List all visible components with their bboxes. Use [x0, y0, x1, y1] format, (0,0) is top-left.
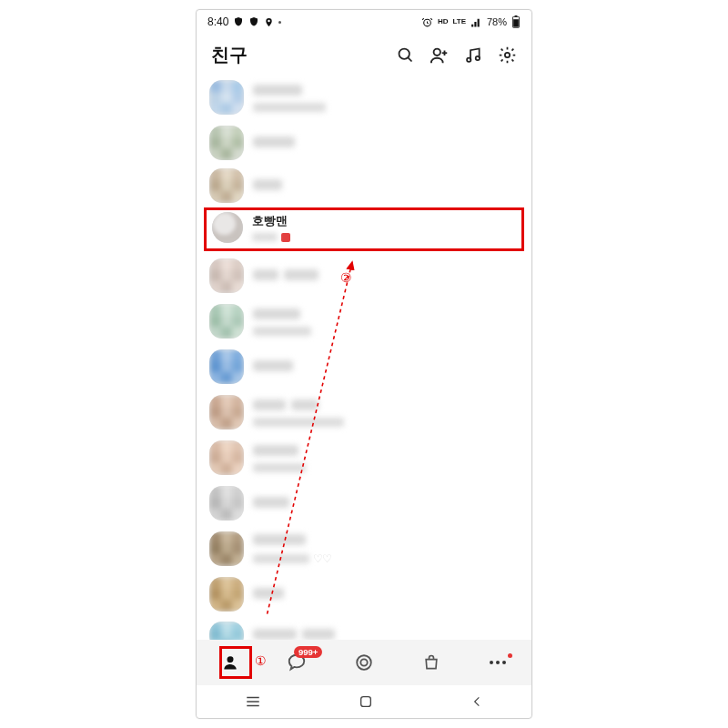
list-item[interactable]: [197, 571, 531, 617]
list-item[interactable]: [197, 435, 531, 480]
avatar: [209, 349, 244, 384]
friend-list[interactable]: 호빵맨: [197, 73, 531, 640]
music-icon[interactable]: [464, 46, 483, 65]
list-item-info: [253, 398, 519, 427]
avatar: [209, 577, 244, 612]
bottom-tab-bar: ① 999+: [197, 640, 531, 685]
list-item-info: [253, 268, 519, 284]
avatar: [209, 622, 244, 640]
tab-chats[interactable]: 999+: [278, 644, 315, 681]
system-nav-bar: [197, 685, 531, 718]
list-item[interactable]: [197, 344, 531, 389]
list-item[interactable]: [197, 480, 531, 526]
shopping-bag-icon: [422, 653, 440, 672]
battery-icon: [511, 15, 521, 28]
signal-icon: [470, 17, 482, 27]
list-item[interactable]: [197, 389, 531, 435]
svg-point-10: [476, 56, 480, 60]
gear-icon[interactable]: [498, 46, 517, 65]
avatar: [209, 304, 244, 339]
list-item[interactable]: [197, 253, 531, 298]
list-item-info: [253, 443, 519, 472]
alarm-icon: [421, 16, 433, 28]
person-icon: [221, 653, 239, 672]
tab-more[interactable]: [480, 644, 516, 681]
search-icon[interactable]: [396, 46, 415, 65]
list-item[interactable]: [197, 617, 531, 640]
list-item-info: [253, 359, 519, 375]
list-item-info: 호빵맨: [252, 214, 516, 242]
list-item[interactable]: [197, 75, 531, 120]
overflow-dot-icon: [278, 21, 281, 24]
svg-point-11: [505, 53, 510, 57]
list-item-info: [253, 177, 519, 194]
avatar: [209, 258, 244, 293]
battery-percent: 78%: [487, 16, 507, 27]
page-title: 친구: [211, 43, 248, 67]
add-friend-icon[interactable]: [430, 46, 450, 66]
avatar: [209, 531, 244, 566]
friend-name: 호빵맨: [252, 214, 516, 229]
svg-rect-3: [515, 15, 518, 16]
header-actions: [396, 46, 517, 66]
app-header: 친구: [197, 34, 531, 73]
list-item-info: [253, 627, 519, 640]
list-item-info: [253, 83, 519, 112]
svg-rect-2: [513, 19, 519, 26]
status-time: 8:40: [207, 15, 228, 28]
chat-badge: 999+: [294, 646, 322, 658]
svg-point-15: [357, 655, 371, 670]
list-item[interactable]: ♡♡: [197, 526, 531, 571]
avatar: [209, 168, 244, 203]
svg-point-6: [434, 48, 440, 55]
svg-point-4: [399, 49, 410, 59]
tab-friends[interactable]: [212, 644, 248, 681]
svg-point-9: [467, 58, 470, 62]
recent-apps-icon[interactable]: [245, 695, 261, 708]
tab-shop[interactable]: [413, 644, 450, 681]
list-item[interactable]: [197, 298, 531, 344]
highlighted-friend-row[interactable]: 호빵맨: [204, 207, 524, 251]
back-icon[interactable]: [470, 695, 483, 708]
avatar: [209, 395, 244, 430]
list-item-info: [253, 586, 519, 602]
shield-icon: [248, 16, 259, 27]
svg-point-13: [227, 656, 233, 662]
avatar: [209, 80, 244, 115]
status-bar: 8:40 HD LTE 78%: [197, 10, 531, 34]
hd-indicator: HD: [438, 18, 449, 25]
list-item-info: [253, 307, 519, 336]
list-item-info: [253, 135, 519, 151]
avatar: [209, 440, 244, 475]
list-item[interactable]: [197, 120, 531, 166]
location-pin-icon: [264, 17, 274, 27]
more-icon: [490, 661, 506, 664]
svg-point-14: [360, 659, 367, 665]
avatar: [212, 212, 243, 243]
hearts-icon: ♡♡: [313, 552, 331, 565]
notification-dot-icon: [508, 653, 512, 658]
shield-icon: [233, 16, 244, 27]
list-item-info: [253, 495, 519, 511]
avatar: [209, 126, 244, 160]
svg-rect-19: [361, 697, 371, 707]
annotation-marker-1: ①: [255, 653, 267, 668]
phone-frame: 8:40 HD LTE 78% 친구: [196, 9, 532, 719]
svg-line-5: [408, 57, 411, 61]
home-icon[interactable]: [359, 694, 373, 709]
list-item-info: ♡♡: [253, 532, 519, 565]
list-item[interactable]: [197, 166, 531, 206]
lte-indicator: LTE: [452, 18, 466, 25]
tab-view[interactable]: [346, 644, 382, 681]
eye-icon: [354, 652, 374, 672]
avatar: [209, 486, 244, 521]
